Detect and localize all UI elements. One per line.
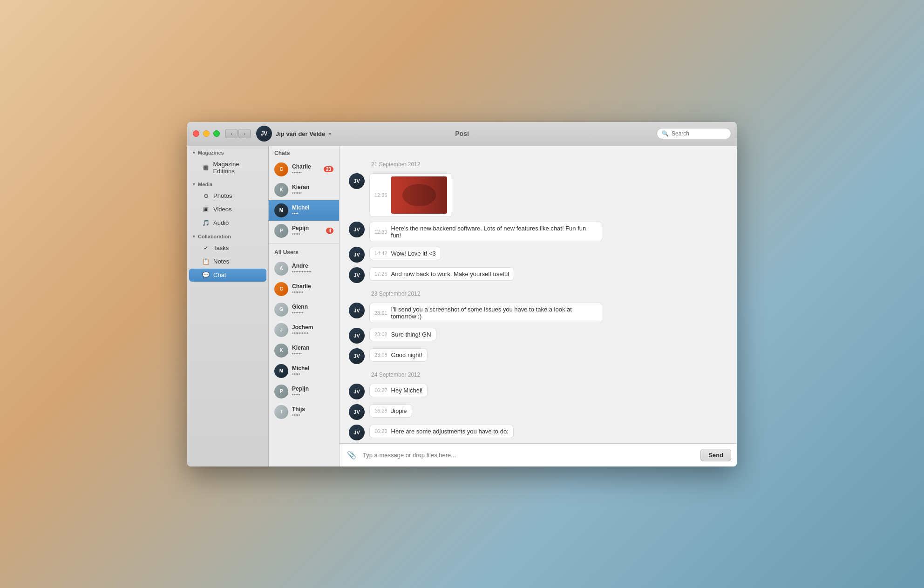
message-row: JV 12:36 <box>349 173 727 217</box>
sidebar-section-magazines: ▾ Magazines <box>187 146 268 157</box>
nav-arrows: ‹ › <box>225 129 251 138</box>
photos-icon: ⊙ <box>202 192 210 200</box>
user-list-thijs[interactable]: T Thijs ••••• <box>269 402 339 422</box>
message-row: JV 16:27 Hey Michel! <box>349 384 727 399</box>
sidebar-item-magazine-editions[interactable]: ▦ Magazine Editions <box>189 158 266 177</box>
all-users-header: All Users <box>269 245 339 258</box>
sidebar-item-tasks[interactable]: ✓ Tasks <box>189 242 266 255</box>
chats-panel-header: Chats <box>269 146 339 159</box>
search-input[interactable] <box>672 130 726 137</box>
maximize-button[interactable] <box>213 130 220 137</box>
avatar-kieran: K <box>274 183 288 197</box>
msg-avatar: JV <box>349 303 365 318</box>
message-input[interactable] <box>363 452 696 459</box>
user-list-pepijn[interactable]: P Pepijn ••••• <box>269 381 339 402</box>
sidebar-item-audio[interactable]: 🎵 Audio <box>189 216 266 230</box>
date-separator-1: 21 September 2012 <box>349 161 727 168</box>
send-button[interactable]: Send <box>700 449 731 461</box>
window-controls <box>193 130 220 137</box>
user-list-andre[interactable]: A Andre •••••••••••• <box>269 258 339 279</box>
msg-avatar: JV <box>349 247 365 263</box>
date-separator-2: 23 September 2012 <box>349 291 727 297</box>
app-window: ‹ › JV Jip van der Velde ▾ Posi 🔍 ▾ Maga… <box>187 122 737 466</box>
msg-avatar: JV <box>349 348 365 364</box>
avatar-thijs: T <box>274 405 288 419</box>
tasks-icon: ✓ <box>202 244 210 252</box>
avatar-kieran2: K <box>274 344 288 358</box>
notes-icon: 📋 <box>202 258 210 265</box>
chat-list-charlie[interactable]: C Charlie •••••• 23 <box>269 159 339 180</box>
message-row: JV 14:42 Wow! Love it! <3 <box>349 247 727 263</box>
user-profile[interactable]: JV Jip van der Velde ▾ <box>256 126 331 142</box>
avatar-glenn: G <box>274 303 288 317</box>
audio-icon: 🎵 <box>202 219 210 227</box>
badge-pepijn: 4 <box>326 228 333 234</box>
msg-avatar: JV <box>349 173 365 189</box>
image-content <box>391 176 447 214</box>
msg-bubble: 16:28 Jippie <box>369 404 412 418</box>
attach-button[interactable]: 📎 <box>345 448 358 461</box>
msg-image <box>391 176 447 214</box>
sidebar-item-chat[interactable]: 💬 Chat <box>189 269 266 282</box>
close-button[interactable] <box>193 130 199 137</box>
user-list-michel[interactable]: M Michel ••••• <box>269 361 339 381</box>
msg-avatar: JV <box>349 384 365 399</box>
collapse-icon: ▾ <box>193 150 195 155</box>
msg-bubble: 16:28 Here are some adjustments you have… <box>369 425 514 438</box>
avatar-charlie2: C <box>274 282 288 296</box>
msg-bubble: 17:26 And now back to work. Make yoursel… <box>369 267 514 281</box>
message-row: JV 23:08 Good night! <box>349 348 727 364</box>
window-title: Posi <box>455 130 469 137</box>
user-list-kieran[interactable]: K Kieran •••••• <box>269 340 339 361</box>
collapse-icon: ▾ <box>193 234 195 239</box>
avatar-michel2: M <box>274 364 288 378</box>
avatar-jochem: J <box>274 323 288 337</box>
avatar-andre: A <box>274 262 288 276</box>
chat-area: 21 September 2012 JV 12:36 JV 12:39 <box>340 146 737 466</box>
sidebar: ▾ Magazines ▦ Magazine Editions ▾ Media … <box>187 146 269 466</box>
msg-bubble: 14:42 Wow! Love it! <3 <box>369 247 441 260</box>
videos-icon: ▣ <box>202 206 210 213</box>
chat-list-kieran[interactable]: K Kieran •••••• <box>269 180 339 200</box>
main-layout: ▾ Magazines ▦ Magazine Editions ▾ Media … <box>187 146 737 466</box>
msg-avatar: JV <box>349 267 365 283</box>
message-row: JV 17:26 And now back to work. Make your… <box>349 267 727 283</box>
msg-avatar: JV <box>349 328 365 344</box>
separator <box>269 243 339 243</box>
msg-bubble: 23:08 Good night! <box>369 348 428 362</box>
message-row: JV 16:28 Here are some adjustments you h… <box>349 425 727 440</box>
sidebar-item-videos[interactable]: ▣ Videos <box>189 203 266 216</box>
avatar: JV <box>256 126 272 142</box>
search-bar: 🔍 <box>657 128 731 139</box>
msg-bubble: 23:02 Sure thing! GN <box>369 328 436 341</box>
sidebar-section-media: ▾ Media <box>187 178 268 189</box>
msg-bubble-image: 12:36 <box>369 173 452 217</box>
avatar-pepijn2: P <box>274 385 288 399</box>
minimize-button[interactable] <box>203 130 210 137</box>
msg-bubble: 23:01 I'll send you a screenshot of some… <box>369 303 602 323</box>
sidebar-item-photos[interactable]: ⊙ Photos <box>189 189 266 203</box>
message-input-area: 📎 Send <box>340 443 737 466</box>
back-button[interactable]: ‹ <box>225 129 238 138</box>
msg-avatar: JV <box>349 425 365 440</box>
user-list-glenn[interactable]: G Glenn ••••••• <box>269 299 339 320</box>
sidebar-section-collaboration: ▾ Collaboration <box>187 230 268 241</box>
chat-list-michel[interactable]: M Michel •••• <box>269 200 339 221</box>
message-row: JV 12:39 Here's the new backend software… <box>349 222 727 242</box>
message-row: JV 23:01 I'll send you a screenshot of s… <box>349 303 727 323</box>
chevron-down-icon: ▾ <box>329 131 331 136</box>
chat-icon: 💬 <box>202 271 210 279</box>
search-icon: 🔍 <box>662 130 669 137</box>
magazine-icon: ▦ <box>202 164 209 171</box>
user-list-jochem[interactable]: J Jochem •••••••••• <box>269 320 339 340</box>
collapse-icon: ▾ <box>193 182 195 187</box>
msg-bubble: 12:39 Here's the new backend software. L… <box>369 222 602 242</box>
forward-button[interactable]: › <box>238 129 251 138</box>
chat-list-pepijn[interactable]: P Pepijn ••••• 4 <box>269 221 339 241</box>
avatar-charlie: C <box>274 162 288 176</box>
titlebar: ‹ › JV Jip van der Velde ▾ Posi 🔍 <box>187 122 737 146</box>
sidebar-item-notes[interactable]: 📋 Notes <box>189 255 266 268</box>
message-row: JV 16:28 Jippie <box>349 404 727 420</box>
user-list-charlie[interactable]: C Charlie ••••••• <box>269 279 339 299</box>
avatar-pepijn: P <box>274 224 288 238</box>
